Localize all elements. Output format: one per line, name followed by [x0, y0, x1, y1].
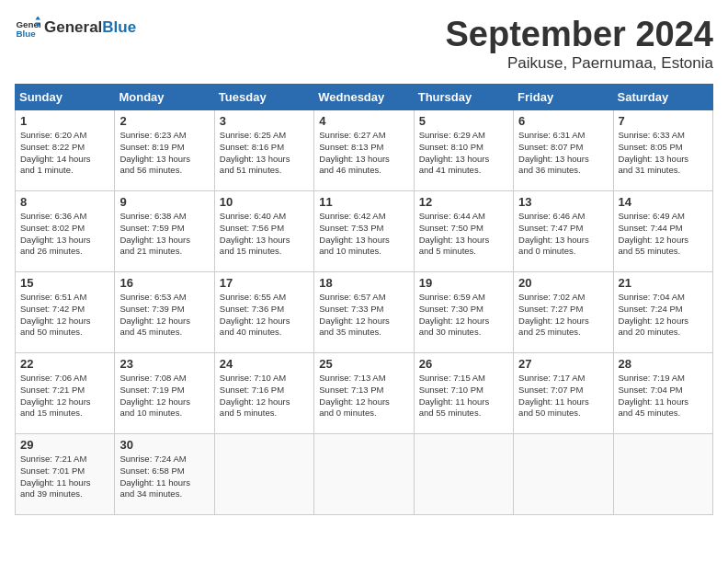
calendar-cell: 6Sunrise: 6:31 AM Sunset: 8:07 PM Daylig…	[514, 110, 613, 191]
day-info: Sunrise: 6:31 AM Sunset: 8:07 PM Dayligh…	[518, 130, 608, 177]
day-number: 27	[518, 357, 608, 371]
day-info: Sunrise: 6:25 AM Sunset: 8:16 PM Dayligh…	[220, 130, 309, 177]
header-sunday: Sunday	[16, 85, 115, 110]
day-number: 30	[119, 438, 209, 452]
day-number: 1	[20, 114, 109, 128]
calendar-cell: 3Sunrise: 6:25 AM Sunset: 8:16 PM Daylig…	[214, 110, 313, 191]
calendar-cell	[214, 434, 313, 515]
day-number: 20	[518, 276, 608, 290]
day-info: Sunrise: 6:27 AM Sunset: 8:13 PM Dayligh…	[319, 130, 408, 177]
day-number: 5	[419, 114, 508, 128]
calendar-cell: 9Sunrise: 6:38 AM Sunset: 7:59 PM Daylig…	[115, 191, 214, 272]
calendar-cell: 30Sunrise: 7:24 AM Sunset: 6:58 PM Dayli…	[115, 434, 214, 515]
calendar-week-row: 1Sunrise: 6:20 AM Sunset: 8:22 PM Daylig…	[16, 110, 713, 191]
calendar-cell: 24Sunrise: 7:10 AM Sunset: 7:16 PM Dayli…	[214, 353, 313, 434]
calendar-cell: 15Sunrise: 6:51 AM Sunset: 7:42 PM Dayli…	[16, 272, 115, 353]
day-number: 14	[619, 195, 708, 209]
location-subtitle: Paikuse, Paernumaa, Estonia	[446, 54, 714, 73]
day-info: Sunrise: 6:44 AM Sunset: 7:50 PM Dayligh…	[419, 211, 508, 258]
day-info: Sunrise: 6:57 AM Sunset: 7:33 PM Dayligh…	[319, 292, 408, 339]
day-number: 18	[319, 276, 408, 290]
calendar-cell: 22Sunrise: 7:06 AM Sunset: 7:21 PM Dayli…	[16, 353, 115, 434]
header-friday: Friday	[514, 85, 613, 110]
day-number: 10	[220, 195, 309, 209]
logo-blue: Blue	[102, 18, 136, 36]
day-number: 7	[619, 114, 708, 128]
header: General Blue GeneralBlue September 2024 …	[15, 15, 713, 73]
day-number: 21	[619, 276, 708, 290]
header-monday: Monday	[115, 85, 214, 110]
day-number: 28	[619, 357, 708, 371]
day-info: Sunrise: 6:46 AM Sunset: 7:47 PM Dayligh…	[518, 211, 608, 258]
day-info: Sunrise: 7:15 AM Sunset: 7:10 PM Dayligh…	[419, 373, 508, 419]
day-number: 2	[119, 114, 209, 128]
calendar-cell: 21Sunrise: 7:04 AM Sunset: 7:24 PM Dayli…	[613, 272, 712, 353]
day-info: Sunrise: 6:49 AM Sunset: 7:44 PM Dayligh…	[619, 211, 708, 258]
day-info: Sunrise: 7:17 AM Sunset: 7:07 PM Dayligh…	[518, 373, 608, 419]
header-thursday: Thursday	[414, 85, 513, 110]
calendar-cell: 16Sunrise: 6:53 AM Sunset: 7:39 PM Dayli…	[115, 272, 214, 353]
calendar-cell	[514, 434, 613, 515]
day-number: 24	[220, 357, 309, 371]
day-info: Sunrise: 7:10 AM Sunset: 7:16 PM Dayligh…	[220, 373, 309, 419]
month-year-title: September 2024	[446, 15, 714, 54]
day-number: 13	[518, 195, 608, 209]
logo: General Blue GeneralBlue	[15, 15, 136, 40]
day-number: 9	[119, 195, 209, 209]
calendar-cell: 7Sunrise: 6:33 AM Sunset: 8:05 PM Daylig…	[613, 110, 712, 191]
calendar-header-row: Sunday Monday Tuesday Wednesday Thursday…	[16, 85, 713, 110]
calendar-cell: 26Sunrise: 7:15 AM Sunset: 7:10 PM Dayli…	[414, 353, 513, 434]
calendar-cell: 28Sunrise: 7:19 AM Sunset: 7:04 PM Dayli…	[613, 353, 712, 434]
calendar-cell: 29Sunrise: 7:21 AM Sunset: 7:01 PM Dayli…	[16, 434, 115, 515]
day-number: 23	[119, 357, 209, 371]
day-info: Sunrise: 6:33 AM Sunset: 8:05 PM Dayligh…	[619, 130, 708, 177]
calendar-cell: 13Sunrise: 6:46 AM Sunset: 7:47 PM Dayli…	[514, 191, 613, 272]
day-info: Sunrise: 7:21 AM Sunset: 7:01 PM Dayligh…	[20, 454, 109, 500]
svg-marker-2	[35, 16, 40, 19]
calendar-week-row: 29Sunrise: 7:21 AM Sunset: 7:01 PM Dayli…	[16, 434, 713, 515]
day-info: Sunrise: 6:23 AM Sunset: 8:19 PM Dayligh…	[119, 130, 209, 177]
day-number: 16	[119, 276, 209, 290]
calendar-cell: 14Sunrise: 6:49 AM Sunset: 7:44 PM Dayli…	[613, 191, 712, 272]
header-tuesday: Tuesday	[214, 85, 313, 110]
day-info: Sunrise: 6:20 AM Sunset: 8:22 PM Dayligh…	[20, 130, 109, 177]
calendar-cell: 12Sunrise: 6:44 AM Sunset: 7:50 PM Dayli…	[414, 191, 513, 272]
calendar-week-row: 15Sunrise: 6:51 AM Sunset: 7:42 PM Dayli…	[16, 272, 713, 353]
day-info: Sunrise: 7:04 AM Sunset: 7:24 PM Dayligh…	[619, 292, 708, 339]
day-info: Sunrise: 6:59 AM Sunset: 7:30 PM Dayligh…	[419, 292, 508, 339]
day-info: Sunrise: 7:13 AM Sunset: 7:13 PM Dayligh…	[319, 373, 408, 419]
day-info: Sunrise: 6:38 AM Sunset: 7:59 PM Dayligh…	[119, 211, 209, 258]
day-number: 12	[419, 195, 508, 209]
day-info: Sunrise: 6:29 AM Sunset: 8:10 PM Dayligh…	[419, 130, 508, 177]
calendar-cell: 25Sunrise: 7:13 AM Sunset: 7:13 PM Dayli…	[314, 353, 414, 434]
calendar-cell: 10Sunrise: 6:40 AM Sunset: 7:56 PM Dayli…	[214, 191, 313, 272]
calendar-cell: 8Sunrise: 6:36 AM Sunset: 8:02 PM Daylig…	[16, 191, 115, 272]
day-info: Sunrise: 7:08 AM Sunset: 7:19 PM Dayligh…	[119, 373, 209, 419]
calendar-cell: 27Sunrise: 7:17 AM Sunset: 7:07 PM Dayli…	[514, 353, 613, 434]
day-number: 15	[20, 276, 109, 290]
calendar-table: Sunday Monday Tuesday Wednesday Thursday…	[15, 84, 713, 515]
calendar-cell: 1Sunrise: 6:20 AM Sunset: 8:22 PM Daylig…	[16, 110, 115, 191]
calendar-cell: 19Sunrise: 6:59 AM Sunset: 7:30 PM Dayli…	[414, 272, 513, 353]
day-info: Sunrise: 6:36 AM Sunset: 8:02 PM Dayligh…	[20, 211, 109, 258]
day-number: 6	[518, 114, 608, 128]
calendar-cell: 23Sunrise: 7:08 AM Sunset: 7:19 PM Dayli…	[115, 353, 214, 434]
day-number: 11	[319, 195, 408, 209]
day-info: Sunrise: 7:06 AM Sunset: 7:21 PM Dayligh…	[20, 373, 109, 419]
calendar-cell: 18Sunrise: 6:57 AM Sunset: 7:33 PM Dayli…	[314, 272, 414, 353]
calendar-cell: 4Sunrise: 6:27 AM Sunset: 8:13 PM Daylig…	[314, 110, 414, 191]
day-number: 4	[319, 114, 408, 128]
day-number: 17	[220, 276, 309, 290]
svg-text:Blue: Blue	[16, 29, 36, 39]
day-info: Sunrise: 6:53 AM Sunset: 7:39 PM Dayligh…	[119, 292, 209, 339]
calendar-cell	[613, 434, 712, 515]
calendar-cell: 2Sunrise: 6:23 AM Sunset: 8:19 PM Daylig…	[115, 110, 214, 191]
day-info: Sunrise: 6:55 AM Sunset: 7:36 PM Dayligh…	[220, 292, 309, 339]
day-info: Sunrise: 6:42 AM Sunset: 7:53 PM Dayligh…	[319, 211, 408, 258]
calendar-week-row: 22Sunrise: 7:06 AM Sunset: 7:21 PM Dayli…	[16, 353, 713, 434]
calendar-cell: 11Sunrise: 6:42 AM Sunset: 7:53 PM Dayli…	[314, 191, 414, 272]
logo-icon: General Blue	[15, 15, 40, 40]
day-number: 3	[220, 114, 309, 128]
day-info: Sunrise: 6:40 AM Sunset: 7:56 PM Dayligh…	[220, 211, 309, 258]
calendar-week-row: 8Sunrise: 6:36 AM Sunset: 8:02 PM Daylig…	[16, 191, 713, 272]
